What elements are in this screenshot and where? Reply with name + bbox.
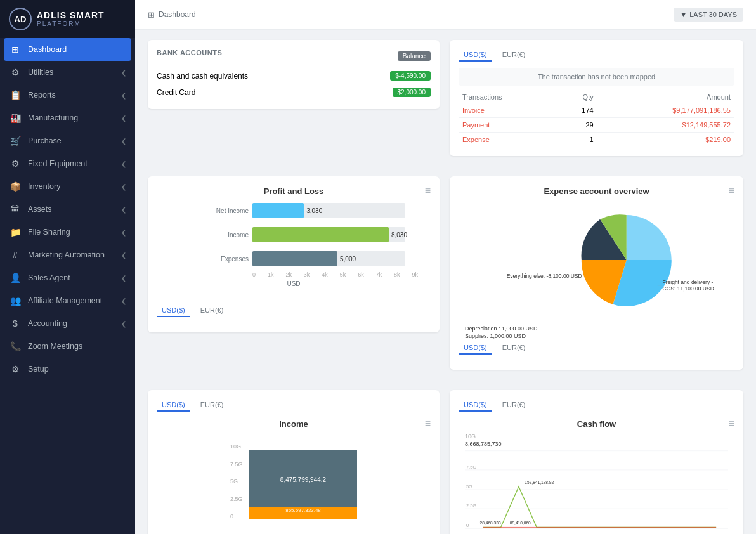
x-axis-label: USD xyxy=(163,280,424,287)
chevron-icon: ❮ xyxy=(121,252,126,259)
sidebar-item-reports[interactable]: 📋 Reports ❮ xyxy=(0,84,135,107)
txn-qty: 174 xyxy=(557,103,597,118)
cashflow-card: USD($) EUR(€) Cash flow ≡ 10G 8 xyxy=(450,390,743,534)
assets-icon: 🏛 xyxy=(9,204,22,214)
sidebar-item-inventory[interactable]: 📦 Inventory ❮ xyxy=(0,175,135,198)
tab-expense-eur[interactable]: EUR(€) xyxy=(497,342,531,355)
sidebar-item-affiliate-management[interactable]: 👥 Affiliate Management ❮ xyxy=(0,289,135,312)
sidebar-item-label: Fixed Equipment xyxy=(28,159,121,168)
bar-value: 3,030 xyxy=(306,207,322,214)
chevron-icon: ❮ xyxy=(121,275,126,282)
chart-menu-icon[interactable]: ≡ xyxy=(425,185,431,196)
txn-name[interactable]: Expense xyxy=(459,133,557,147)
logo-line2: PLATFORM xyxy=(37,20,105,28)
chart-menu-icon[interactable]: ≡ xyxy=(729,185,734,196)
tab-income-usd[interactable]: USD($) xyxy=(157,399,190,412)
txn-notice: The transaction has not been mapped xyxy=(459,68,734,86)
txn-amount: $12,149,555.72 xyxy=(597,118,734,133)
txn-name[interactable]: Payment xyxy=(459,118,557,133)
sidebar-item-label: Accounting xyxy=(28,319,121,328)
main-content: ⊞ Dashboard ▼ LAST 30 DAYS BANK ACCOUNTS… xyxy=(135,0,756,534)
row-1: BANK ACCOUNTS Balance Cash and cash equi… xyxy=(148,40,743,166)
col-header-qty: Qty xyxy=(557,91,597,103)
bar-row-netincome: Net Income 3,030 xyxy=(207,203,405,218)
tab-pnl-usd[interactable]: USD($) xyxy=(157,304,190,317)
txn-qty: 1 xyxy=(557,133,597,147)
marketing-icon: # xyxy=(9,250,22,260)
svg-text:157,841,188.92: 157,841,188.92 xyxy=(525,480,554,485)
bank-accounts-card: BANK ACCOUNTS Balance Cash and cash equi… xyxy=(148,40,440,109)
income-card: USD($) EUR(€) Income ≡ 10G7.5G5G2.5G0 xyxy=(148,390,440,534)
sidebar-item-fixed-equipment[interactable]: ⚙ Fixed Equipment ❮ xyxy=(0,152,135,175)
bar-fill xyxy=(252,251,337,266)
income-chart-header: Income ≡ xyxy=(157,418,431,429)
cashflow-chart-area: 10G 8,668,785,730 7.5G 5G xyxy=(459,429,734,534)
cashflow-tabs: USD($) EUR(€) xyxy=(459,399,734,412)
cashflow-y-labels: 10G xyxy=(465,433,728,441)
svg-text:7.5G: 7.5G xyxy=(466,464,476,470)
sidebar-item-accounting[interactable]: $ Accounting ❮ xyxy=(0,312,135,335)
transactions-col: USD($) EUR(€) The transaction has not be… xyxy=(450,40,743,166)
sidebar-item-sales-agent[interactable]: 👤 Sales Agent ❮ xyxy=(0,266,135,289)
sidebar-item-assets[interactable]: 🏛 Assets ❮ xyxy=(0,198,135,221)
sidebar-nav: ⊞ Dashboard ⚙ Utilities ❮ 📋 Reports ❮ 🏭 … xyxy=(0,38,135,381)
setup-icon: ⚙ xyxy=(9,364,22,374)
pnl-bar-chart: Net Income 3,030 Income 8,030 xyxy=(157,197,431,304)
income-bar: 10G7.5G5G2.5G0 8,475,799,944.2 865,597,3… xyxy=(230,443,357,519)
tab-cashflow-usd[interactable]: USD($) xyxy=(459,399,492,412)
svg-text:Everything else: -8,100.00 USD: Everything else: -8,100.00 USD xyxy=(507,273,582,279)
tab-cashflow-eur[interactable]: EUR(€) xyxy=(497,399,531,412)
svg-text:0: 0 xyxy=(466,523,469,528)
income-sub-value: 865,597,333.48 xyxy=(249,507,357,513)
sidebar-item-utilities[interactable]: ⚙ Utilities ❮ xyxy=(0,61,135,84)
transactions-table: Transactions Qty Amount Invoice 174 $9,1… xyxy=(459,91,734,147)
zoom-icon: 📞 xyxy=(9,341,22,351)
manufacturing-icon: 🏭 xyxy=(9,113,22,123)
txn-name[interactable]: Invoice xyxy=(459,103,557,118)
chevron-icon: ❮ xyxy=(121,320,126,327)
bank-row-name: Credit Card xyxy=(157,88,195,97)
sidebar-item-zoom-meetings[interactable]: 📞 Zoom Meetings xyxy=(0,335,135,358)
income-main-value: 8,475,799,944.2 xyxy=(280,476,326,483)
pnl-chart-header: Profit and Loss ≡ xyxy=(157,185,431,197)
tab-pnl-eur[interactable]: EUR(€) xyxy=(195,304,229,317)
chevron-icon: ❮ xyxy=(121,115,126,122)
dashboard-breadcrumb-icon: ⊞ xyxy=(148,10,155,20)
tab-eur[interactable]: EUR(€) xyxy=(497,49,531,62)
pie-labels: Depreciation : 1,000.00 USD Supplies: 1,… xyxy=(459,325,734,342)
tab-expense-usd[interactable]: USD($) xyxy=(459,342,492,355)
sidebar-item-dashboard[interactable]: ⊞ Dashboard xyxy=(4,38,131,61)
bank-row-amount: $2,000.00 xyxy=(393,88,431,97)
bar-track: 8,030 xyxy=(252,227,405,242)
sidebar-item-manufacturing[interactable]: 🏭 Manufacturing ❮ xyxy=(0,107,135,129)
bar-label: Net Income xyxy=(207,207,249,214)
svg-text:Freight and delivery -: Freight and delivery - xyxy=(663,279,714,285)
tab-usd[interactable]: USD($) xyxy=(459,49,492,62)
chevron-icon: ❮ xyxy=(121,92,126,99)
chevron-icon: ❮ xyxy=(121,160,126,167)
col-header-amount: Amount xyxy=(597,91,734,103)
expense-pie-col: Expense account overview ≡ xyxy=(450,176,743,380)
tab-income-eur[interactable]: EUR(€) xyxy=(195,399,229,412)
affiliate-icon: 👥 xyxy=(9,296,22,306)
filter-button[interactable]: ▼ LAST 30 DAYS xyxy=(674,8,743,22)
bar-fill xyxy=(252,203,304,218)
chevron-icon: ❮ xyxy=(121,138,126,145)
cashflow-col: USD($) EUR(€) Cash flow ≡ 10G 8 xyxy=(450,390,743,534)
sidebar-item-setup[interactable]: ⚙ Setup xyxy=(0,358,135,381)
chart-menu-icon[interactable]: ≡ xyxy=(729,418,734,429)
sidebar-item-label: Assets xyxy=(28,205,121,214)
purchase-icon: 🛒 xyxy=(9,136,22,146)
sidebar-item-file-sharing[interactable]: 📁 File Sharing ❮ xyxy=(0,221,135,244)
row-2: Profit and Loss ≡ Net Income 3,030 xyxy=(148,176,743,380)
income-main-bar: 8,475,799,944.2 xyxy=(249,450,357,510)
sidebar-item-marketing-automation[interactable]: # Marketing Automation ❮ xyxy=(0,244,135,266)
bar-row-income: Income 8,030 xyxy=(207,227,405,242)
chart-menu-icon[interactable]: ≡ xyxy=(425,418,431,429)
sidebar-item-label: File Sharing xyxy=(28,228,121,237)
income-title: Income xyxy=(225,419,362,429)
bar-row-expenses: Expenses 5,000 xyxy=(207,251,405,266)
sidebar-item-purchase[interactable]: 🛒 Purchase ❮ xyxy=(0,129,135,152)
cashflow-chart-header: Cash flow ≡ xyxy=(459,418,734,429)
svg-text:COS: 11,100.00 USD: COS: 11,100.00 USD xyxy=(663,285,714,292)
